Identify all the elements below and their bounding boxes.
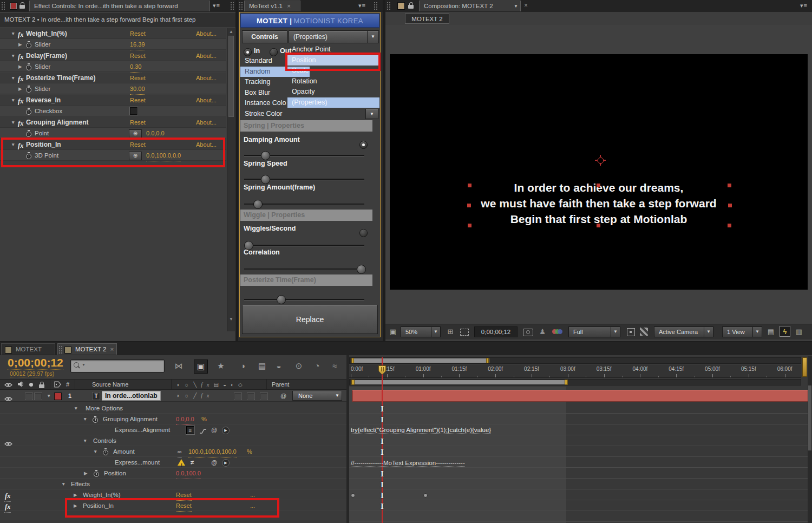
label-tag-icon[interactable] <box>54 381 61 389</box>
slider-handle[interactable] <box>277 295 286 304</box>
spring-amount-slider[interactable] <box>244 200 364 208</box>
reset-link[interactable]: Reset <box>130 117 146 128</box>
category-stroke-color[interactable]: Stroke Color <box>240 109 310 120</box>
safe-frames-icon[interactable]: ⊞ <box>445 326 456 337</box>
prop-row-grouping-alignment[interactable]: ▼ Grouping Alignment 0.0,0.0 % <box>0 414 346 424</box>
solo-icon[interactable] <box>29 383 33 387</box>
lock-icon[interactable] <box>39 384 44 388</box>
tab-motext2-comp[interactable]: MOTEXT 2 × <box>57 343 117 355</box>
property-inpoint-marker[interactable]: I <box>379 436 385 446</box>
expression-language-icon[interactable]: ▶ <box>222 427 230 434</box>
panel-grip[interactable] <box>374 2 378 10</box>
stopwatch-icon[interactable] <box>26 152 32 159</box>
spring-speed-slider[interactable] <box>244 175 364 183</box>
layer-twirl-icon[interactable]: ▼ <box>47 390 51 402</box>
tab-dropdown-icon[interactable]: ▼ <box>514 1 518 11</box>
region-icon[interactable]: ▣ <box>388 326 398 337</box>
stopwatch-icon[interactable] <box>26 63 32 70</box>
dropdown-item-properties[interactable]: (Properties) <box>287 97 379 108</box>
roi-icon[interactable] <box>460 329 469 336</box>
fx-column-icon[interactable]: fx <box>201 382 213 388</box>
damping-amount-slider[interactable] <box>244 151 364 159</box>
twirl-icon[interactable]: ▶ <box>74 489 77 500</box>
about-link[interactable]: About... <box>196 73 217 84</box>
eye-icon[interactable] <box>4 381 12 388</box>
comp-timecode[interactable]: 0;00;00;12 <box>474 326 518 337</box>
expression-pickwhip-icon[interactable]: @ <box>211 457 217 468</box>
zoom-select[interactable]: 50%▼ <box>401 326 441 337</box>
expression-language-icon[interactable]: ▶ <box>222 459 230 467</box>
reset-link[interactable]: Reset <box>176 500 192 512</box>
stopwatch-icon[interactable] <box>26 130 32 136</box>
twirl-icon[interactable]: ▶ <box>74 500 77 511</box>
not-equal-icon[interactable]: ≠ <box>191 457 194 468</box>
twirl-icon[interactable]: ▼ <box>61 479 66 489</box>
about-link[interactable]: About... <box>196 117 217 128</box>
param-value[interactable]: 30.00 <box>130 83 145 95</box>
tab-composition[interactable]: Composition: MOTEXT 2 ▼ <box>419 1 521 11</box>
slider-handle[interactable] <box>261 151 270 160</box>
selection-handle[interactable] <box>468 224 472 227</box>
scroll-up-icon[interactable]: ▲ <box>229 29 233 34</box>
mini-flowchart-icon[interactable]: ▥ <box>794 326 804 337</box>
stopwatch-icon[interactable] <box>103 448 109 455</box>
comp-marker-button[interactable] <box>802 357 807 377</box>
twirl-icon[interactable]: ▼ <box>11 73 15 83</box>
comp-canvas[interactable] <box>390 54 808 290</box>
expression-text-grouping[interactable]: try{effect("Grouping Alignment")(1);}cat… <box>351 427 491 434</box>
options-dots[interactable]: ... <box>250 489 255 500</box>
frame-blend-toggle[interactable] <box>234 393 242 400</box>
keyframe-icon[interactable] <box>423 493 428 498</box>
audio-icon[interactable] <box>17 381 24 388</box>
comp-viewer[interactable]: In order to achieve our dreams, we must … <box>385 25 812 324</box>
about-link[interactable]: About... <box>196 139 217 151</box>
panel-grip[interactable] <box>239 2 243 10</box>
selection-handle[interactable] <box>468 184 472 187</box>
reverse-in-checkbox[interactable] <box>130 107 137 115</box>
scrollbar-thumb[interactable] <box>808 385 811 450</box>
property-inpoint-marker[interactable]: I <box>379 415 385 424</box>
motion-blur-column-icon[interactable]: ◒ <box>223 382 231 388</box>
work-area-bar[interactable] <box>349 379 801 385</box>
dropdown-item-anchor-point[interactable]: Anchor Point <box>287 44 379 55</box>
param-value[interactable]: 0.0,0.0 <box>146 128 165 139</box>
close-icon[interactable]: × <box>287 3 291 9</box>
timeline-scrollbar[interactable] <box>808 356 812 523</box>
show-snapshot-icon[interactable]: ♟ <box>537 326 548 337</box>
grouping-value[interactable]: 0.0,0.0 <box>176 414 194 425</box>
panel-menu-icon[interactable]: ▾≡ <box>213 2 220 9</box>
twirl-icon[interactable]: ▼ <box>11 117 15 128</box>
selection-handle[interactable] <box>728 184 731 187</box>
work-area-region[interactable] <box>351 380 568 384</box>
posterize-slider[interactable] <box>244 295 364 303</box>
property-inpoint-marker[interactable]: I <box>379 447 385 457</box>
stopwatch-icon[interactable] <box>93 416 99 422</box>
selection-handle[interactable] <box>728 224 731 227</box>
motion-blur-icon[interactable]: ◒ <box>272 359 285 372</box>
reset-link[interactable]: Reset <box>130 28 146 40</box>
correlation-slider[interactable] <box>244 265 364 273</box>
draft-3d-icon[interactable]: ★ <box>214 359 227 372</box>
threed-toggle[interactable] <box>260 393 268 400</box>
prop-row-position[interactable]: ▶ Position 0.0,100.0 <box>0 468 346 479</box>
effect-name[interactable]: Delay(Frame) <box>26 50 67 61</box>
resolution-select[interactable]: Full▼ <box>568 326 620 337</box>
adjustment-column-icon[interactable]: ◐ <box>231 382 238 388</box>
twirl-icon[interactable]: ▼ <box>11 95 15 106</box>
chevron-down-icon[interactable]: ▼ <box>431 327 440 337</box>
tab-effect-controls[interactable]: Effect Controls: In orde...ith then take… <box>29 1 210 11</box>
current-timecode[interactable]: 0;00;00;12 <box>8 356 63 370</box>
twirl-icon[interactable]: ▼ <box>83 414 87 424</box>
work-area-start-handle[interactable] <box>351 380 355 385</box>
layer-name[interactable]: In orde...otionlab <box>102 391 161 401</box>
dropdown-item-position[interactable]: Position <box>287 55 379 66</box>
properties-dropdown[interactable]: (Properties) ▼ <box>289 30 379 43</box>
effect-name[interactable]: Grouping Alignment <box>26 117 89 128</box>
panel-menu-icon[interactable]: ▾≡ <box>358 2 366 9</box>
panel-grip[interactable] <box>58 345 63 354</box>
view-layout-select[interactable]: 1 View▼ <box>722 326 762 337</box>
expression-pickwhip-icon[interactable]: @ <box>211 424 217 435</box>
collapse-toggle[interactable]: ☼ <box>184 393 193 398</box>
selection-handle[interactable] <box>467 204 471 207</box>
frame-blend-column-icon[interactable]: ▤ <box>213 382 222 388</box>
